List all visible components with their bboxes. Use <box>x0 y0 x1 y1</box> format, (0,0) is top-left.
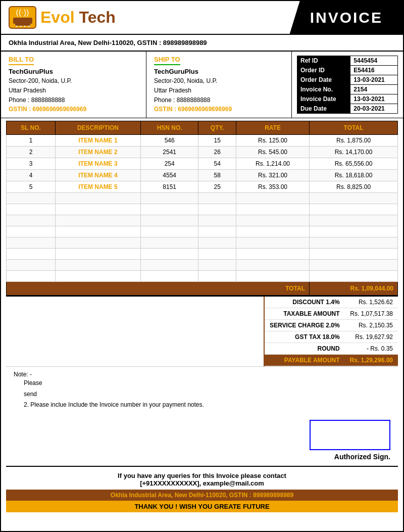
item-rate: Rs. 125.00 <box>236 135 309 147</box>
item-rate: Rs. 353.00 <box>236 181 309 193</box>
table-row: 5 ITEM NAME 5 8151 25 Rs. 353.00 Rs. 8,8… <box>7 181 398 193</box>
ref-id-value: 5445454 <box>350 56 398 66</box>
footer-line1: If you have any queries for this Invoice… <box>6 472 398 479</box>
ship-to-label: SHIP TO <box>154 56 180 65</box>
footer-thankyou: THANK YOU ! WISH YOU GREATE FUTURE <box>6 501 398 512</box>
col-hsn-no: HSN NO. <box>140 121 198 135</box>
bill-to-phone: Phone : 8888888888 <box>9 95 138 105</box>
item-sl: 4 <box>7 170 56 181</box>
round-label: ROUND <box>265 343 345 355</box>
item-qty: 25 <box>198 181 236 193</box>
ship-to-address1: Sector-200, Noida, U.P. <box>154 76 284 86</box>
order-id-label: Order ID <box>297 66 350 75</box>
discount-value: Rs. 1,526.62 <box>345 297 398 308</box>
signature-box <box>310 420 390 450</box>
router-body <box>13 18 32 24</box>
bill-to-area: BILL TO TechGuruPlus Sector-200, Noida, … <box>1 52 146 118</box>
discount-label: DISCOUNT 1.4% <box>265 297 345 308</box>
company-address: Okhla Industrial Area, New Delhi-110020,… <box>1 35 403 52</box>
item-name: ITEM NAME 3 <box>55 158 140 170</box>
item-total: Rs. 8,825.00 <box>310 181 398 193</box>
invoice-no-label: Invoice No. <box>297 85 350 94</box>
order-date-label: Order Date <box>297 75 350 85</box>
ship-to-name: TechGuruPlus <box>154 68 284 75</box>
total-row: TOTAL Rs. 1,09,044.00 <box>7 282 398 296</box>
item-sl: 5 <box>7 181 56 193</box>
summary-table: DISCOUNT 1.4% Rs. 1,526.62 TAXABLE AMOUN… <box>265 297 398 366</box>
signature-label: Authorized Sign. <box>310 453 390 461</box>
item-total: Rs. 1,875.00 <box>310 135 398 147</box>
col-rate: RATE <box>236 121 309 135</box>
col-qty: QTY. <box>198 121 236 135</box>
service-value: Rs. 2,150.35 <box>345 320 398 331</box>
item-qty: 26 <box>198 147 236 158</box>
invoice-date-value: 13-03-2021 <box>350 94 398 104</box>
invoice-page: ((·)) Evol Tech INVOICE Okhla Industrial… <box>0 0 404 532</box>
item-total: Rs. 18,618.00 <box>310 170 398 181</box>
footer-line2: [+91XXXXXXXXXX], example@mail.com <box>6 479 398 487</box>
summary-left <box>6 297 265 366</box>
item-total: Rs. 14,170.00 <box>310 147 398 158</box>
ship-to-phone: Phone : 8888888888 <box>154 95 284 105</box>
col-sl-no: SL NO. <box>7 121 56 135</box>
order-id-value: E54416 <box>350 66 398 75</box>
item-name: ITEM NAME 4 <box>55 170 140 181</box>
note-line3: 2. Please inclue Include the Invoice num… <box>24 400 390 411</box>
item-qty: 54 <box>198 158 236 170</box>
summary-right: DISCOUNT 1.4% Rs. 1,526.62 TAXABLE AMOUN… <box>265 297 398 366</box>
table-row: 4 ITEM NAME 4 4554 58 Rs. 321.00 Rs. 18,… <box>7 170 398 181</box>
items-table: SL NO. DESCRIPTION HSN NO. QTY. RATE TOT… <box>6 121 398 296</box>
due-date-value: 20-03-2021 <box>350 104 398 114</box>
order-date-value: 13-03-2021 <box>350 75 398 85</box>
bill-to-name: TechGuruPlus <box>9 68 138 75</box>
wifi-icon: ((·)) <box>16 9 29 17</box>
logo-icon: ((·)) <box>9 6 36 29</box>
footer-contact: If you have any queries for this Invoice… <box>6 466 398 490</box>
notes-content: Please send 2. Please inclue Include the… <box>14 378 390 411</box>
ship-to-gstin: GSTIN : 6969696969696969 <box>154 106 284 113</box>
item-hsn: 254 <box>140 158 198 170</box>
item-sl: 3 <box>7 158 56 170</box>
round-value: - Rs. 0.35 <box>345 343 398 355</box>
signature-section: Authorized Sign. <box>6 415 398 466</box>
item-total: Rs. 65,556.00 <box>310 158 398 170</box>
bill-to-address2: Uttar Pradesh <box>9 86 138 95</box>
ref-info-area: Ref ID 5445454 Order ID E54416 Order Dat… <box>292 52 403 118</box>
bill-to-address1: Sector-200, Noida, U.P. <box>9 76 138 86</box>
taxable-label: TAXABLE AMOUNT <box>265 308 345 320</box>
invoice-no-value: 2154 <box>350 85 398 94</box>
item-name: ITEM NAME 5 <box>55 181 140 193</box>
empty-row <box>7 226 398 237</box>
item-name: ITEM NAME 2 <box>55 147 140 158</box>
empty-row <box>7 193 398 204</box>
item-sl: 1 <box>7 135 56 147</box>
item-sl: 2 <box>7 147 56 158</box>
item-rate: Rs. 1,214.00 <box>236 158 309 170</box>
ref-info-table: Ref ID 5445454 Order ID E54416 Order Dat… <box>297 56 398 114</box>
item-qty: 15 <box>198 135 236 147</box>
item-hsn: 8151 <box>140 181 198 193</box>
note-line1: Please <box>24 378 390 389</box>
invoice-title: INVOICE <box>310 9 383 26</box>
ship-to-area: SHIP TO TechGuruPlus Sector-200, Noida, … <box>146 52 292 118</box>
item-rate: Rs. 321.00 <box>236 170 309 181</box>
total-value: Rs. 1,09,044.00 <box>310 282 398 296</box>
item-rate: Rs. 545.00 <box>236 147 309 158</box>
summary-section: DISCOUNT 1.4% Rs. 1,526.62 TAXABLE AMOUN… <box>6 296 398 366</box>
invoice-date-label: Invoice Date <box>297 94 350 104</box>
item-qty: 58 <box>198 170 236 181</box>
empty-row <box>7 260 398 271</box>
empty-row <box>7 249 398 260</box>
invoice-title-area: INVOICE <box>290 1 403 34</box>
item-name: ITEM NAME 1 <box>55 135 140 147</box>
empty-row <box>7 204 398 215</box>
company-name: Evol Tech <box>40 8 116 27</box>
ref-id-label: Ref ID <box>297 56 350 66</box>
logo-box: ((·)) Evol Tech <box>9 6 116 29</box>
logo-area: ((·)) Evol Tech <box>1 1 290 34</box>
bill-ship-section: BILL TO TechGuruPlus Sector-200, Noida, … <box>1 52 403 118</box>
notes-label: Note: - <box>14 371 390 378</box>
table-row: 1 ITEM NAME 1 546 15 Rs. 125.00 Rs. 1,87… <box>7 135 398 147</box>
bill-to-label: BILL TO <box>9 56 34 65</box>
footer-address: Okhla Industrial Area, New Delhi-110020,… <box>6 490 398 501</box>
